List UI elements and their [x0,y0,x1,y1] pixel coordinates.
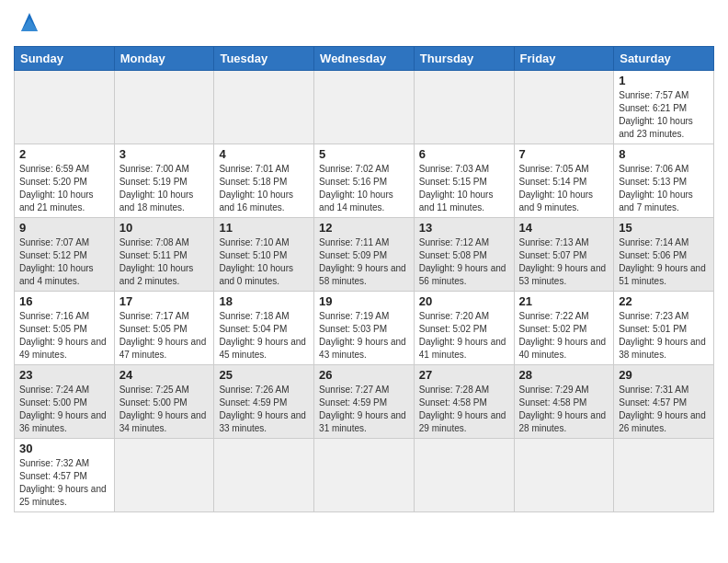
calendar-cell: 18Sunrise: 7:18 AM Sunset: 5:04 PM Dayli… [214,292,314,365]
day-number: 3 [119,147,210,161]
day-number: 9 [19,221,109,235]
day-info: Sunrise: 7:28 AM Sunset: 4:58 PM Dayligh… [419,384,509,435]
day-info: Sunrise: 7:12 AM Sunset: 5:08 PM Dayligh… [419,236,509,288]
calendar-cell [414,71,514,144]
calendar-cell: 13Sunrise: 7:12 AM Sunset: 5:08 PM Dayli… [414,218,514,292]
day-number: 16 [19,294,109,308]
day-info: Sunrise: 7:23 AM Sunset: 5:01 PM Dayligh… [619,310,709,362]
header-day: Tuesday [214,47,314,71]
day-info: Sunrise: 7:24 AM Sunset: 5:00 PM Dayligh… [19,384,109,435]
header-day: Thursday [414,47,514,71]
calendar-cell: 25Sunrise: 7:26 AM Sunset: 4:59 PM Dayli… [214,365,314,439]
calendar-cell: 28Sunrise: 7:29 AM Sunset: 4:58 PM Dayli… [514,365,614,439]
day-number: 6 [419,147,509,161]
calendar-cell: 27Sunrise: 7:28 AM Sunset: 4:58 PM Dayli… [414,365,514,439]
calendar-row: 2Sunrise: 6:59 AM Sunset: 5:20 PM Daylig… [15,144,714,218]
day-number: 20 [419,294,509,308]
calendar-cell: 4Sunrise: 7:01 AM Sunset: 5:18 PM Daylig… [214,144,314,218]
calendar-cell: 14Sunrise: 7:13 AM Sunset: 5:07 PM Dayli… [514,218,614,292]
day-number: 8 [619,147,709,161]
day-info: Sunrise: 7:17 AM Sunset: 5:05 PM Dayligh… [119,310,210,362]
calendar-cell: 2Sunrise: 6:59 AM Sunset: 5:20 PM Daylig… [15,144,115,218]
calendar-row: 1Sunrise: 7:57 AM Sunset: 6:21 PM Daylig… [15,71,714,144]
day-info: Sunrise: 7:03 AM Sunset: 5:15 PM Dayligh… [419,163,509,214]
calendar-cell: 16Sunrise: 7:16 AM Sunset: 5:05 PM Dayli… [15,292,115,365]
day-number: 21 [519,294,609,308]
day-info: Sunrise: 7:18 AM Sunset: 5:04 PM Dayligh… [219,310,309,362]
day-number: 24 [119,368,210,382]
calendar-cell: 12Sunrise: 7:11 AM Sunset: 5:09 PM Dayli… [314,218,415,292]
day-number: 23 [19,368,109,382]
calendar-row: 23Sunrise: 7:24 AM Sunset: 5:00 PM Dayli… [15,365,714,439]
header-day: Sunday [15,47,115,71]
logo-icon [17,9,42,35]
logo-area [14,9,42,39]
calendar-cell [514,71,614,144]
day-number: 14 [519,221,609,235]
day-info: Sunrise: 7:01 AM Sunset: 5:18 PM Dayligh… [219,163,309,214]
day-info: Sunrise: 6:59 AM Sunset: 5:20 PM Dayligh… [19,163,109,214]
calendar-table: SundayMondayTuesdayWednesdayThursdayFrid… [14,46,714,512]
calendar-cell: 1Sunrise: 7:57 AM Sunset: 6:21 PM Daylig… [614,71,714,144]
day-info: Sunrise: 7:05 AM Sunset: 5:14 PM Dayligh… [519,163,609,214]
calendar-cell [414,439,514,512]
header-day: Monday [114,47,214,71]
calendar-cell: 22Sunrise: 7:23 AM Sunset: 5:01 PM Dayli… [614,292,714,365]
calendar-row: 16Sunrise: 7:16 AM Sunset: 5:05 PM Dayli… [15,292,714,365]
day-info: Sunrise: 7:16 AM Sunset: 5:05 PM Dayligh… [19,310,109,362]
day-info: Sunrise: 7:07 AM Sunset: 5:12 PM Dayligh… [19,236,109,288]
calendar-row: 30Sunrise: 7:32 AM Sunset: 4:57 PM Dayli… [15,439,714,512]
calendar-cell: 11Sunrise: 7:10 AM Sunset: 5:10 PM Dayli… [214,218,314,292]
header-day: Friday [514,47,614,71]
logo-text [14,9,42,39]
calendar-cell: 20Sunrise: 7:20 AM Sunset: 5:02 PM Dayli… [414,292,514,365]
day-number: 26 [319,368,409,382]
day-number: 7 [519,147,609,161]
day-number: 10 [119,221,210,235]
calendar-cell [514,439,614,512]
calendar-cell [114,439,214,512]
calendar-row: 9Sunrise: 7:07 AM Sunset: 5:12 PM Daylig… [15,218,714,292]
calendar-cell: 21Sunrise: 7:22 AM Sunset: 5:02 PM Dayli… [514,292,614,365]
page: SundayMondayTuesdayWednesdayThursdayFrid… [0,0,728,563]
day-info: Sunrise: 7:29 AM Sunset: 4:58 PM Dayligh… [519,384,609,435]
header-day: Wednesday [314,47,415,71]
day-number: 15 [619,221,709,235]
day-info: Sunrise: 7:13 AM Sunset: 5:07 PM Dayligh… [519,236,609,288]
calendar-cell: 7Sunrise: 7:05 AM Sunset: 5:14 PM Daylig… [514,144,614,218]
day-info: Sunrise: 7:00 AM Sunset: 5:19 PM Dayligh… [119,163,210,214]
calendar-cell: 3Sunrise: 7:00 AM Sunset: 5:19 PM Daylig… [114,144,214,218]
calendar-cell: 5Sunrise: 7:02 AM Sunset: 5:16 PM Daylig… [314,144,415,218]
calendar-cell [214,71,314,144]
day-info: Sunrise: 7:10 AM Sunset: 5:10 PM Dayligh… [219,236,309,288]
day-number: 1 [619,74,709,87]
day-number: 12 [319,221,409,235]
calendar-cell: 6Sunrise: 7:03 AM Sunset: 5:15 PM Daylig… [414,144,514,218]
day-info: Sunrise: 7:25 AM Sunset: 5:00 PM Dayligh… [119,384,210,435]
calendar-cell: 15Sunrise: 7:14 AM Sunset: 5:06 PM Dayli… [614,218,714,292]
header-row: SundayMondayTuesdayWednesdayThursdayFrid… [15,47,714,71]
header [14,9,714,39]
calendar-cell: 29Sunrise: 7:31 AM Sunset: 4:57 PM Dayli… [614,365,714,439]
day-number: 25 [219,368,309,382]
calendar-cell [214,439,314,512]
svg-marker-1 [21,18,38,31]
day-info: Sunrise: 7:32 AM Sunset: 4:57 PM Dayligh… [19,457,109,509]
header-day: Saturday [614,47,714,71]
day-info: Sunrise: 7:31 AM Sunset: 4:57 PM Dayligh… [619,384,709,435]
calendar-cell: 17Sunrise: 7:17 AM Sunset: 5:05 PM Dayli… [114,292,214,365]
day-info: Sunrise: 7:14 AM Sunset: 5:06 PM Dayligh… [619,236,709,288]
day-info: Sunrise: 7:11 AM Sunset: 5:09 PM Dayligh… [319,236,409,288]
day-number: 30 [19,442,109,455]
day-info: Sunrise: 7:26 AM Sunset: 4:59 PM Dayligh… [219,384,309,435]
calendar-cell [614,439,714,512]
day-info: Sunrise: 7:20 AM Sunset: 5:02 PM Dayligh… [419,310,509,362]
calendar-cell [15,71,115,144]
day-info: Sunrise: 7:06 AM Sunset: 5:13 PM Dayligh… [619,163,709,214]
calendar-cell [314,439,415,512]
day-number: 27 [419,368,509,382]
day-number: 19 [319,294,409,308]
day-number: 11 [219,221,309,235]
day-info: Sunrise: 7:08 AM Sunset: 5:11 PM Dayligh… [119,236,210,288]
calendar-cell: 23Sunrise: 7:24 AM Sunset: 5:00 PM Dayli… [15,365,115,439]
